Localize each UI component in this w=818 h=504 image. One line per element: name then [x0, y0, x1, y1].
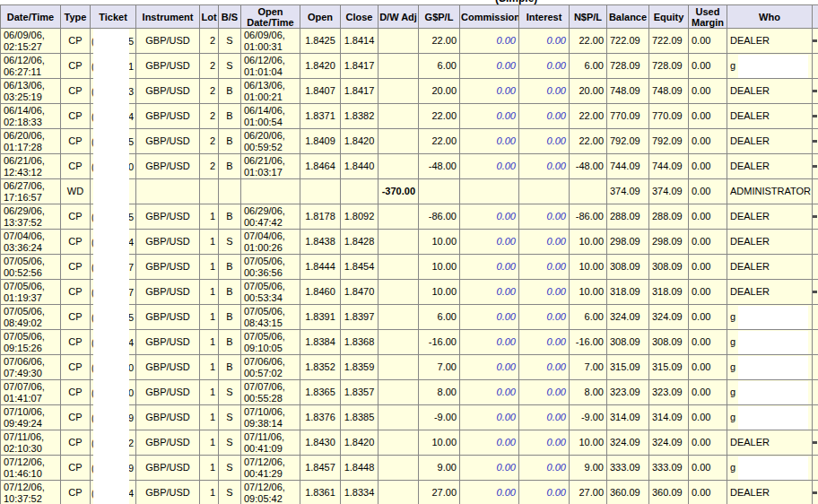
cell-buy-sell: S: [219, 456, 241, 481]
cell-equity: 728.09: [649, 54, 689, 79]
cell-lot: 1: [200, 456, 219, 481]
cell-gross-pl: [419, 179, 460, 204]
cell-equity: 333.09: [649, 456, 689, 481]
cell-buy-sell: B: [219, 330, 241, 355]
cell-lot: 2: [200, 104, 219, 129]
cell-gross-pl: 10.00: [419, 430, 460, 456]
cell-balance: 298.09: [607, 230, 649, 255]
cell-dw-adjustment: [379, 405, 419, 430]
cell-instrument: GBP/USD: [136, 154, 200, 179]
column-header-dw_adj: D/W Adj: [379, 5, 419, 29]
cell-dw-adjustment: [379, 154, 419, 179]
cell-cutoff: [813, 230, 818, 255]
column-header-who: Who: [727, 5, 813, 29]
cell-gross-pl: -16.00: [419, 330, 460, 355]
cell-dw-adjustment: [379, 355, 419, 380]
cell-interest: 0.00: [519, 380, 570, 405]
cell-equity: 324.09: [649, 305, 689, 330]
cell-equity: 288.09: [649, 204, 689, 230]
cell-close-price: 1.8417: [341, 79, 379, 104]
cell-open-date-time: 07/05/06, 08:43:15: [241, 305, 300, 330]
cell-open-price: 1.8407: [300, 79, 341, 104]
cell-date-time: 06/14/06, 02:18:33: [1, 104, 61, 129]
cell-lot: 1: [200, 405, 219, 430]
cell-type: CP: [61, 204, 91, 230]
cell-buy-sell: S: [219, 54, 241, 79]
cell-lot: [200, 179, 219, 204]
cell-interest: 0.00: [519, 230, 570, 255]
cell-date-time: 06/27/06, 17:16:57: [1, 179, 61, 204]
cell-open-price: 1.8178: [300, 204, 341, 230]
cell-cutoff: [813, 430, 818, 456]
cell-type: CP: [61, 154, 91, 179]
cell-type: CP: [61, 129, 91, 154]
cell-used-margin: 0.00: [689, 230, 727, 255]
cell-gross-pl: 7.00: [419, 355, 460, 380]
who-label: DEALER: [730, 286, 770, 297]
cell-dw-adjustment: [379, 79, 419, 104]
cell-used-margin: 0.00: [689, 380, 727, 405]
cell-interest: 0.00: [519, 29, 570, 54]
cell-open-price: 1.8361: [300, 481, 341, 504]
column-header-balance: Balance: [607, 5, 649, 29]
cell-commission: 0.00: [460, 330, 519, 355]
cell-used-margin: 0.00: [689, 79, 727, 104]
column-header-equity: Equity: [649, 5, 689, 29]
column-header-close: Close: [341, 5, 379, 29]
cell-close-price: 1.8368: [341, 330, 379, 355]
cell-open-date-time: 07/05/06, 00:53:34: [241, 280, 300, 305]
cell-type: CP: [61, 355, 91, 380]
cell-date-time: 06/20/06, 01:17:28: [1, 129, 61, 154]
cell-open-price: 1.8430: [300, 430, 341, 456]
cell-used-margin: 0.00: [689, 255, 727, 280]
cell-type: CP: [61, 405, 91, 430]
cell-instrument: GBP/USD: [136, 380, 200, 405]
cell-cutoff: [813, 204, 818, 230]
trade-report-screen: (Simple) Date/TimeTypeTicketInstrumentLo…: [0, 0, 818, 504]
cell-dw-adjustment: [379, 230, 419, 255]
cell-instrument: GBP/USD: [136, 230, 200, 255]
cell-open-date-time: 07/04/06, 01:00:26: [241, 230, 300, 255]
cell-date-time: 07/04/06, 03:36:24: [1, 230, 61, 255]
column-header-type: Type: [61, 5, 91, 29]
cell-interest: 0.00: [519, 54, 570, 79]
cell-used-margin: 0.00: [689, 405, 727, 430]
cell-who: DEALER: [727, 280, 813, 305]
cell-cutoff: [813, 330, 818, 355]
cell-dw-adjustment: [379, 456, 419, 481]
cell-gross-pl: -9.00: [419, 405, 460, 430]
cell-used-margin: 0.00: [689, 204, 727, 230]
cell-buy-sell: S: [219, 405, 241, 430]
cell-open-date-time: 07/12/06, 09:05:42: [241, 481, 300, 504]
column-header-interest: Interest: [519, 5, 570, 29]
cell-instrument: GBP/USD: [136, 255, 200, 280]
cell-cutoff: [813, 280, 818, 305]
cell-date-time: 07/12/06, 10:37:52: [1, 481, 61, 504]
cell-net-pl: 10.00: [570, 255, 607, 280]
cell-used-margin: 0.00: [689, 481, 727, 504]
cell-open-date-time: 06/20/06, 00:59:52: [241, 129, 300, 154]
cell-gross-pl: 6.00: [419, 305, 460, 330]
cell-instrument: GBP/USD: [136, 430, 200, 456]
cell-who: DEALER: [727, 430, 813, 456]
cell-net-pl: -48.00: [570, 154, 607, 179]
cell-interest: 0.00: [519, 481, 570, 504]
cell-cutoff: [813, 104, 818, 129]
cell-who: ADMINISTRATOR: [727, 179, 813, 204]
cell-buy-sell: B: [219, 305, 241, 330]
cell-interest: 0.00: [519, 79, 570, 104]
cell-who: DEALER: [727, 29, 813, 54]
cell-used-margin: 0.00: [689, 179, 727, 204]
cell-buy-sell: [219, 179, 241, 204]
cell-gross-pl: 6.00: [419, 54, 460, 79]
cell-cutoff: [813, 79, 818, 104]
cell-balance: 314.09: [607, 405, 649, 430]
cell-used-margin: 0.00: [689, 355, 727, 380]
clipped-text-mark: [813, 441, 817, 444]
cell-equity: 298.09: [649, 230, 689, 255]
cell-open-date-time: 07/06/06, 00:57:02: [241, 355, 300, 380]
cell-open-price: 1.8438: [300, 230, 341, 255]
cell-buy-sell: B: [219, 280, 241, 305]
clipped-text-mark: [813, 90, 817, 92]
cell-net-pl: 22.00: [570, 29, 607, 54]
